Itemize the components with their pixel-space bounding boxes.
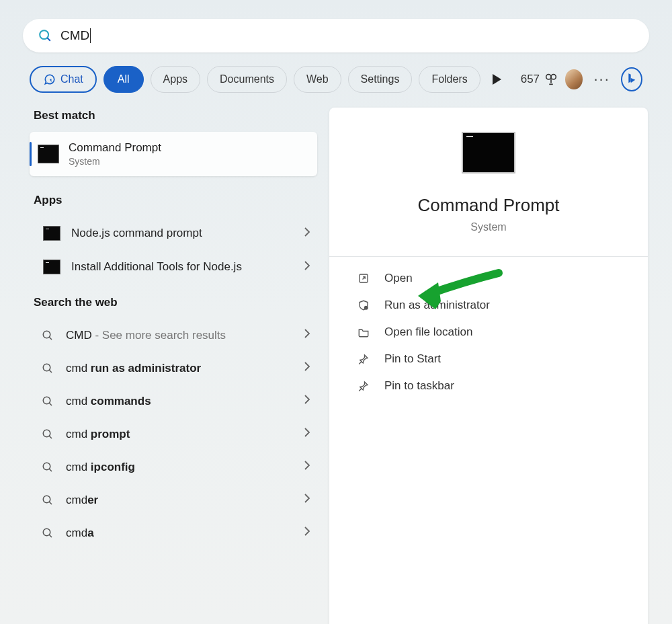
action-pin-start[interactable]: Pin to Start — [345, 346, 632, 373]
action-pin-taskbar[interactable]: Pin to taskbar — [345, 373, 632, 399]
chevron-right-icon — [304, 260, 310, 274]
svg-line-9 — [49, 403, 52, 405]
web-label: CMD - See more search results — [66, 329, 226, 342]
more-menu[interactable]: ··· — [589, 71, 614, 88]
action-file-location[interactable]: Open file location — [345, 319, 632, 346]
rewards-points[interactable]: 657 — [521, 72, 558, 87]
web-result[interactable]: cmd run as administrator — [30, 352, 317, 385]
divider — [329, 256, 648, 257]
search-bar[interactable]: CMD — [23, 19, 649, 52]
svg-line-5 — [49, 337, 52, 340]
folders-chip-label: Folders — [431, 73, 467, 85]
svg-line-11 — [49, 436, 52, 438]
chevron-right-icon — [304, 526, 310, 540]
folder-icon — [356, 326, 371, 338]
action-open[interactable]: Open — [345, 265, 632, 292]
apps-header: Apps — [30, 192, 317, 217]
web-label: cmd commands — [66, 395, 151, 408]
search-web-header: Search the web — [30, 284, 317, 319]
chevron-right-icon — [304, 394, 310, 408]
chat-chip-label: Chat — [60, 73, 83, 85]
svg-line-13 — [49, 469, 52, 471]
text-caret — [90, 28, 91, 43]
svg-point-16 — [43, 529, 50, 536]
svg-point-14 — [43, 496, 50, 503]
web-result[interactable]: cmder — [30, 483, 317, 516]
more-filters-play[interactable] — [487, 74, 507, 85]
web-result[interactable]: cmda — [30, 516, 317, 549]
web-chip[interactable]: Web — [294, 66, 341, 93]
best-match-title: Command Prompt — [69, 141, 161, 155]
detail-title: Command Prompt — [418, 195, 560, 216]
all-chip[interactable]: All — [103, 66, 144, 93]
svg-point-12 — [43, 463, 50, 470]
settings-chip-label: Settings — [361, 73, 400, 85]
pin-icon — [356, 380, 371, 392]
play-icon — [493, 74, 501, 85]
app-label: Install Additional Tools for Node.js — [71, 260, 242, 274]
pin-icon — [356, 353, 371, 365]
svg-point-2 — [546, 75, 551, 79]
web-chip-label: Web — [306, 73, 329, 85]
chevron-right-icon — [304, 227, 310, 241]
action-label: Open — [384, 272, 413, 285]
apps-chip[interactable]: Apps — [151, 66, 200, 93]
search-icon — [40, 461, 55, 473]
avatar[interactable] — [565, 69, 583, 89]
svg-line-7 — [49, 370, 52, 373]
folders-chip[interactable]: Folders — [419, 66, 480, 93]
svg-point-6 — [43, 364, 50, 371]
action-run-admin[interactable]: Run as administrator — [345, 292, 632, 319]
action-label: Open file location — [384, 325, 472, 339]
web-label: cmd run as administrator — [66, 362, 201, 375]
best-match-result[interactable]: Command Prompt System — [30, 132, 317, 176]
search-query-text: CMD — [60, 28, 89, 43]
svg-line-17 — [49, 535, 52, 537]
search-icon — [40, 395, 55, 407]
app-result-node-tools[interactable]: Install Additional Tools for Node.js — [30, 250, 317, 284]
svg-point-0 — [40, 30, 48, 39]
apps-chip-label: Apps — [163, 73, 187, 85]
action-label: Run as administrator — [384, 299, 490, 312]
chevron-right-icon — [304, 493, 310, 507]
bing-button[interactable] — [621, 67, 642, 91]
web-label: cmd ipconfig — [66, 461, 135, 474]
chat-chip[interactable]: Chat — [30, 66, 97, 93]
cmd-icon — [38, 145, 59, 163]
settings-chip[interactable]: Settings — [348, 66, 413, 93]
best-match-subtitle: System — [69, 156, 161, 167]
web-result[interactable]: cmd commands — [30, 385, 317, 418]
results-column: Best match Command Prompt System Apps No… — [30, 108, 317, 624]
trophy-icon — [544, 72, 558, 87]
best-match-header: Best match — [30, 108, 317, 132]
chevron-right-icon — [304, 361, 310, 375]
web-result[interactable]: cmd prompt — [30, 418, 317, 451]
app-result-node-prompt[interactable]: Node.js command prompt — [30, 217, 317, 250]
web-label: cmd prompt — [66, 428, 130, 441]
open-icon — [356, 272, 371, 284]
detail-app-icon — [462, 132, 515, 173]
filter-row: Chat All Apps Documents Web Settings Fol… — [23, 66, 649, 108]
web-result[interactable]: cmd ipconfig — [30, 451, 317, 483]
search-icon — [40, 329, 55, 342]
shield-icon — [356, 299, 371, 311]
action-label: Pin to taskbar — [384, 379, 454, 393]
all-chip-label: All — [118, 73, 130, 85]
web-result[interactable]: CMD - See more search results — [30, 319, 317, 352]
detail-panel: Command Prompt System Open Run as admini… — [329, 108, 648, 624]
chevron-right-icon — [304, 460, 310, 474]
terminal-icon — [43, 226, 60, 241]
documents-chip[interactable]: Documents — [207, 66, 287, 93]
search-icon — [40, 494, 55, 506]
svg-point-3 — [551, 75, 556, 79]
points-value: 657 — [521, 73, 540, 86]
documents-chip-label: Documents — [220, 73, 274, 85]
search-icon — [40, 428, 55, 440]
svg-point-10 — [43, 430, 50, 437]
svg-line-1 — [47, 38, 50, 40]
search-icon — [40, 362, 55, 375]
svg-point-4 — [43, 331, 50, 338]
chevron-right-icon — [304, 427, 310, 441]
chat-icon — [43, 73, 56, 86]
search-input[interactable]: CMD — [60, 28, 91, 43]
